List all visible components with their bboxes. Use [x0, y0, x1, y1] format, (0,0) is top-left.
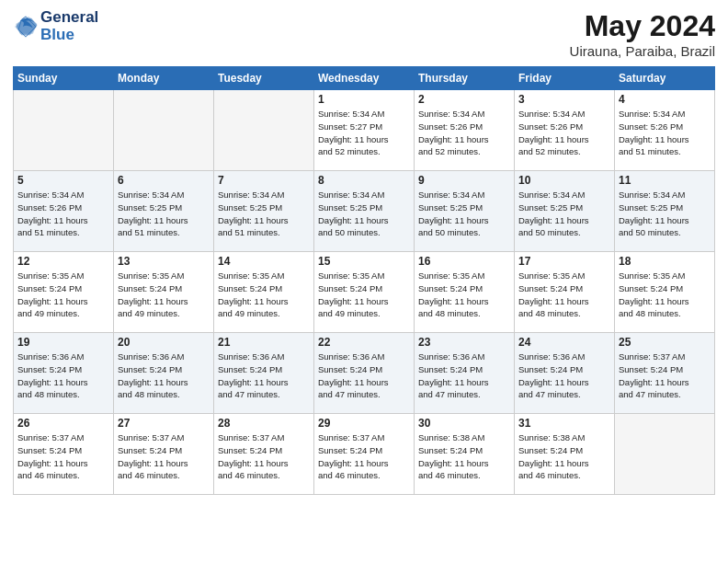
day-number: 24 — [518, 336, 610, 349]
calendar-cell: 26Sunrise: 5:37 AM Sunset: 5:24 PM Dayli… — [14, 414, 114, 495]
calendar-cell: 9Sunrise: 5:34 AM Sunset: 5:25 PM Daylig… — [415, 171, 515, 252]
day-number: 30 — [418, 417, 510, 430]
day-number: 7 — [218, 174, 310, 187]
day-info: Sunrise: 5:34 AM Sunset: 5:25 PM Dayligh… — [118, 189, 210, 239]
day-number: 13 — [118, 255, 210, 268]
calendar-cell: 22Sunrise: 5:36 AM Sunset: 5:24 PM Dayli… — [314, 333, 415, 414]
day-number: 19 — [17, 336, 109, 349]
day-info: Sunrise: 5:36 AM Sunset: 5:24 PM Dayligh… — [118, 350, 210, 401]
day-info: Sunrise: 5:34 AM Sunset: 5:26 PM Dayligh… — [17, 189, 109, 239]
calendar-cell: 24Sunrise: 5:36 AM Sunset: 5:24 PM Dayli… — [515, 333, 615, 414]
calendar-cell: 8Sunrise: 5:34 AM Sunset: 5:25 PM Daylig… — [314, 171, 415, 252]
day-info: Sunrise: 5:35 AM Sunset: 5:24 PM Dayligh… — [518, 270, 610, 320]
calendar-cell: 23Sunrise: 5:36 AM Sunset: 5:24 PM Dayli… — [415, 333, 515, 414]
calendar-cell: 27Sunrise: 5:37 AM Sunset: 5:24 PM Dayli… — [114, 414, 214, 495]
logo-icon — [13, 14, 39, 40]
weekday-header-monday: Monday — [114, 67, 214, 90]
day-number: 9 — [418, 174, 510, 187]
calendar-cell: 20Sunrise: 5:36 AM Sunset: 5:24 PM Dayli… — [114, 333, 214, 414]
day-info: Sunrise: 5:37 AM Sunset: 5:24 PM Dayligh… — [118, 431, 210, 482]
calendar-cell: 28Sunrise: 5:37 AM Sunset: 5:24 PM Dayli… — [214, 414, 314, 495]
header: General Blue May 2024 Uirauna, Paraiba, … — [13, 9, 715, 59]
day-number: 12 — [17, 255, 109, 268]
day-number: 2 — [418, 93, 510, 106]
logo-text: General Blue — [40, 9, 98, 43]
calendar-week-1: 1Sunrise: 5:34 AM Sunset: 5:27 PM Daylig… — [14, 90, 715, 171]
day-number: 29 — [318, 417, 410, 430]
day-number: 23 — [418, 336, 510, 349]
calendar-cell — [214, 90, 314, 171]
day-info: Sunrise: 5:36 AM Sunset: 5:24 PM Dayligh… — [318, 350, 410, 401]
day-number: 6 — [118, 174, 210, 187]
day-info: Sunrise: 5:36 AM Sunset: 5:24 PM Dayligh… — [418, 350, 510, 401]
day-number: 28 — [218, 417, 310, 430]
calendar-cell: 19Sunrise: 5:36 AM Sunset: 5:24 PM Dayli… — [14, 333, 114, 414]
day-number: 10 — [518, 174, 610, 187]
day-number: 25 — [619, 336, 711, 349]
day-info: Sunrise: 5:37 AM Sunset: 5:24 PM Dayligh… — [218, 431, 310, 482]
calendar-cell: 18Sunrise: 5:35 AM Sunset: 5:24 PM Dayli… — [615, 252, 715, 333]
day-info: Sunrise: 5:35 AM Sunset: 5:24 PM Dayligh… — [118, 270, 210, 320]
day-info: Sunrise: 5:34 AM Sunset: 5:25 PM Dayligh… — [418, 189, 510, 239]
weekday-header-thursday: Thursday — [415, 67, 515, 90]
day-info: Sunrise: 5:35 AM Sunset: 5:24 PM Dayligh… — [318, 270, 410, 320]
calendar-cell: 6Sunrise: 5:34 AM Sunset: 5:25 PM Daylig… — [114, 171, 214, 252]
day-info: Sunrise: 5:37 AM Sunset: 5:24 PM Dayligh… — [17, 431, 109, 482]
weekday-header-saturday: Saturday — [615, 67, 715, 90]
day-info: Sunrise: 5:37 AM Sunset: 5:24 PM Dayligh… — [318, 431, 410, 482]
calendar-cell: 3Sunrise: 5:34 AM Sunset: 5:26 PM Daylig… — [515, 90, 615, 171]
day-number: 4 — [619, 93, 711, 106]
day-info: Sunrise: 5:34 AM Sunset: 5:26 PM Dayligh… — [518, 108, 610, 158]
day-number: 22 — [318, 336, 410, 349]
calendar-cell: 31Sunrise: 5:38 AM Sunset: 5:24 PM Dayli… — [515, 414, 615, 495]
weekday-header-wednesday: Wednesday — [314, 67, 415, 90]
day-info: Sunrise: 5:36 AM Sunset: 5:24 PM Dayligh… — [518, 350, 610, 401]
calendar-cell: 10Sunrise: 5:34 AM Sunset: 5:25 PM Dayli… — [515, 171, 615, 252]
calendar-cell: 12Sunrise: 5:35 AM Sunset: 5:24 PM Dayli… — [14, 252, 114, 333]
calendar-cell: 25Sunrise: 5:37 AM Sunset: 5:24 PM Dayli… — [615, 333, 715, 414]
weekday-header-friday: Friday — [515, 67, 615, 90]
calendar-cell: 2Sunrise: 5:34 AM Sunset: 5:26 PM Daylig… — [415, 90, 515, 171]
day-info: Sunrise: 5:35 AM Sunset: 5:24 PM Dayligh… — [218, 270, 310, 320]
calendar-cell: 14Sunrise: 5:35 AM Sunset: 5:24 PM Dayli… — [214, 252, 314, 333]
calendar-cell — [615, 414, 715, 495]
day-number: 21 — [218, 336, 310, 349]
calendar-cell — [114, 90, 214, 171]
day-info: Sunrise: 5:36 AM Sunset: 5:24 PM Dayligh… — [218, 350, 310, 401]
day-number: 27 — [118, 417, 210, 430]
weekday-header-tuesday: Tuesday — [214, 67, 314, 90]
day-number: 5 — [17, 174, 109, 187]
day-number: 18 — [619, 255, 711, 268]
day-info: Sunrise: 5:34 AM Sunset: 5:25 PM Dayligh… — [518, 189, 610, 239]
month-title: May 2024 — [570, 9, 715, 43]
calendar-cell: 30Sunrise: 5:38 AM Sunset: 5:24 PM Dayli… — [415, 414, 515, 495]
page-container: General Blue May 2024 Uirauna, Paraiba, … — [0, 0, 728, 504]
calendar-table: SundayMondayTuesdayWednesdayThursdayFrid… — [13, 66, 715, 495]
calendar-cell: 29Sunrise: 5:37 AM Sunset: 5:24 PM Dayli… — [314, 414, 415, 495]
day-number: 3 — [518, 93, 610, 106]
header-row: SundayMondayTuesdayWednesdayThursdayFrid… — [14, 67, 715, 90]
calendar-cell: 4Sunrise: 5:34 AM Sunset: 5:26 PM Daylig… — [615, 90, 715, 171]
day-info: Sunrise: 5:34 AM Sunset: 5:26 PM Dayligh… — [418, 108, 510, 158]
day-number: 17 — [518, 255, 610, 268]
calendar-week-3: 12Sunrise: 5:35 AM Sunset: 5:24 PM Dayli… — [14, 252, 715, 333]
calendar-cell: 13Sunrise: 5:35 AM Sunset: 5:24 PM Dayli… — [114, 252, 214, 333]
weekday-header-sunday: Sunday — [14, 67, 114, 90]
calendar-cell: 1Sunrise: 5:34 AM Sunset: 5:27 PM Daylig… — [314, 90, 415, 171]
day-info: Sunrise: 5:34 AM Sunset: 5:25 PM Dayligh… — [619, 189, 711, 239]
day-number: 15 — [318, 255, 410, 268]
day-info: Sunrise: 5:38 AM Sunset: 5:24 PM Dayligh… — [418, 431, 510, 482]
day-number: 14 — [218, 255, 310, 268]
day-number: 16 — [418, 255, 510, 268]
day-info: Sunrise: 5:34 AM Sunset: 5:25 PM Dayligh… — [218, 189, 310, 239]
logo: General Blue — [13, 9, 98, 43]
day-number: 11 — [619, 174, 711, 187]
calendar-cell: 21Sunrise: 5:36 AM Sunset: 5:24 PM Dayli… — [214, 333, 314, 414]
calendar-cell: 7Sunrise: 5:34 AM Sunset: 5:25 PM Daylig… — [214, 171, 314, 252]
calendar-cell: 11Sunrise: 5:34 AM Sunset: 5:25 PM Dayli… — [615, 171, 715, 252]
calendar-week-4: 19Sunrise: 5:36 AM Sunset: 5:24 PM Dayli… — [14, 333, 715, 414]
calendar-cell: 17Sunrise: 5:35 AM Sunset: 5:24 PM Dayli… — [515, 252, 615, 333]
day-number: 26 — [17, 417, 109, 430]
calendar-cell: 16Sunrise: 5:35 AM Sunset: 5:24 PM Dayli… — [415, 252, 515, 333]
calendar-week-5: 26Sunrise: 5:37 AM Sunset: 5:24 PM Dayli… — [14, 414, 715, 495]
